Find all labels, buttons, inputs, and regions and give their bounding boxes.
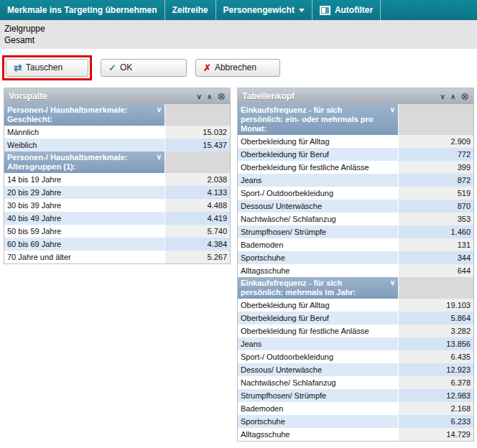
row-value: 872 (398, 174, 473, 187)
table-row[interactable]: Weiblich15.437 (4, 139, 230, 151)
close-icon[interactable]: ⊗ (460, 90, 469, 102)
table-row[interactable]: Sport-/ Outdoorbekleidung519 (238, 187, 473, 200)
row-value: 4.384 (165, 238, 230, 251)
row-value: 15.032 (165, 126, 230, 139)
table-row[interactable]: Oberbekleidung für festliche Anlässe3.28… (238, 325, 473, 337)
table-row[interactable]: Jeans13.856 (238, 337, 473, 350)
table-row[interactable]: Dessous/ Unterwäsche870 (238, 200, 473, 213)
panel-title-icons: ∨ ∧ ⊗ (197, 90, 226, 102)
section-header-label: Einkaufsfrequenz - für sich persönlich: … (238, 277, 398, 299)
table-row[interactable]: 14 bis 19 Jahre2.038 (4, 173, 230, 186)
table-row[interactable]: Sportschuhe6.233 (238, 415, 473, 428)
table-row[interactable]: Jeans872 (238, 174, 473, 187)
table-row[interactable]: 40 bis 49 Jahre4.419 (4, 212, 230, 225)
toolbar-dropdown-personengewicht[interactable]: Personengewicht (216, 0, 312, 20)
table-row[interactable]: Männlich15.032 (4, 126, 230, 139)
toolbar-button-label: Zeitreihe (172, 5, 208, 15)
row-value: 1.460 (398, 225, 473, 238)
table-row[interactable]: Oberbekleidung für festliche Anlässe399 (238, 161, 473, 174)
section-header-value-cell (165, 104, 230, 126)
panel-vorspalte-titlebar: Vorspalte ∨ ∧ ⊗ (4, 88, 230, 104)
cancel-button[interactable]: ✗ Abbrechen (195, 59, 280, 77)
row-value: 2.909 (398, 135, 473, 148)
toolbar-button-zeitreihe[interactable]: Zeitreihe (165, 0, 216, 20)
table-row[interactable]: Bademoden2.168 (238, 402, 473, 415)
row-label: Strumpfhosen/ Strümpfe (238, 389, 398, 402)
row-value: 4.419 (165, 212, 230, 225)
target-group-bar: Zielgruppe Gesamt (0, 20, 477, 49)
cancel-button-label: Abbrechen (215, 62, 256, 73)
row-value: 131 (398, 238, 473, 251)
row-label: Dessous/ Unterwäsche (238, 363, 398, 376)
table-row[interactable]: Oberbekleidung für Alltag2.909 (238, 135, 473, 148)
row-value: 5.267 (165, 251, 230, 263)
row-label: Oberbekleidung für Beruf (238, 148, 398, 161)
collapse-down-icon[interactable]: ∨ (440, 93, 445, 101)
row-value: 2.168 (398, 402, 473, 415)
section-header-label: Personen-/ Haushaltsmerkmale: Altersgrup… (4, 151, 165, 173)
row-value: 6.378 (398, 376, 473, 389)
table-row[interactable]: 70 Jahre und älter5.267 (4, 251, 230, 263)
table-row[interactable]: 20 bis 29 Jahre4.133 (4, 186, 230, 199)
chevron-down-icon (299, 9, 305, 12)
table-row[interactable]: 50 bis 59 Jahre5.740 (4, 225, 230, 238)
close-icon[interactable]: ⊗ (217, 90, 226, 102)
section-dropdown-icon[interactable]: ∨ (157, 152, 162, 162)
table-row[interactable]: Alltagsschuhe644 (238, 264, 473, 277)
table-row[interactable]: Bademoden131 (238, 238, 473, 251)
table-row[interactable]: Nachtwäsche/ Schlafanzug353 (238, 213, 473, 225)
row-value: 3.282 (398, 325, 473, 337)
section-dropdown-icon[interactable]: ∨ (390, 105, 395, 114)
row-value: 6.435 (398, 350, 473, 363)
collapse-down-icon[interactable]: ∨ (197, 93, 202, 101)
autofilter-icon (320, 6, 330, 15)
annotation-highlight: ⇄ Tauschen (2, 55, 92, 80)
target-group-label: Zielgruppe (4, 23, 473, 34)
row-label: 50 bis 59 Jahre (4, 225, 165, 238)
collapse-up-icon[interactable]: ∧ (207, 93, 212, 101)
row-value: 519 (398, 187, 473, 200)
table-row[interactable]: 60 bis 69 Jahre4.384 (4, 238, 230, 251)
swap-icon: ⇄ (14, 62, 22, 73)
table-row[interactable]: 30 bis 39 Jahre4.488 (4, 199, 230, 212)
panel-tabellenkopf-titlebar: Tabellenkopf ∨ ∧ ⊗ (238, 88, 473, 104)
toolbar-button-merkmale-targeting[interactable]: Merkmale ins Targeting übernehmen (0, 0, 165, 20)
table-row[interactable]: Sport-/ Outdoorbekleidung6.435 (238, 350, 473, 363)
row-value: 399 (398, 161, 473, 174)
row-value: 870 (398, 200, 473, 213)
row-label: Alltagsschuhe (238, 428, 398, 441)
row-value: 12.983 (398, 389, 473, 402)
swap-button-label: Tauschen (26, 62, 62, 73)
swap-button[interactable]: ⇄ Tauschen (6, 59, 88, 77)
toolbar: Merkmale ins Targeting übernehmen Zeitre… (0, 0, 477, 20)
section-dropdown-icon[interactable]: ∨ (390, 278, 395, 287)
panel-vorspalte-table: Personen-/ Haushaltsmerkmale: Geschlecht… (4, 104, 230, 263)
table-row[interactable]: Oberbekleidung für Beruf772 (238, 148, 473, 161)
table-row[interactable]: Nachtwäsche/ Schlafanzug6.378 (238, 376, 473, 389)
section-header-label: Einkaufsfrequenz - für sich persönlich: … (238, 104, 398, 135)
action-button-row: ⇄ Tauschen ✓ OK ✗ Abbrechen (0, 55, 477, 80)
table-row[interactable]: Strumpfhosen/ Strümpfe1.460 (238, 225, 473, 238)
section-header: Einkaufsfrequenz - für sich persönlich: … (238, 104, 473, 135)
check-icon: ✓ (108, 62, 116, 73)
row-value: 344 (398, 251, 473, 264)
ok-button[interactable]: ✓ OK (101, 59, 187, 77)
table-row[interactable]: Sportschuhe344 (238, 251, 473, 264)
table-row[interactable]: Strumpfhosen/ Strümpfe12.983 (238, 389, 473, 402)
row-label: 30 bis 39 Jahre (4, 199, 165, 212)
section-dropdown-icon[interactable]: ∨ (157, 105, 162, 114)
panel-tabellenkopf: Tabellenkopf ∨ ∧ ⊗ Einkaufsfrequenz - fü… (237, 88, 474, 442)
row-label: Jeans (238, 337, 398, 350)
panel-title: Tabellenkopf (242, 91, 295, 101)
row-value: 19.103 (398, 299, 473, 312)
row-label: Nachtwäsche/ Schlafanzug (238, 376, 398, 389)
table-row[interactable]: Alltagsschuhe14.729 (238, 428, 473, 441)
table-row[interactable]: Oberbekleidung für Alltag19.103 (238, 299, 473, 312)
toolbar-toggle-autofilter[interactable]: Autofilter (312, 0, 381, 20)
row-value: 772 (398, 148, 473, 161)
table-row[interactable]: Oberbekleidung für Beruf5.864 (238, 312, 473, 325)
collapse-up-icon[interactable]: ∧ (450, 93, 455, 101)
table-row[interactable]: Dessous/ Unterwäsche12.923 (238, 363, 473, 376)
row-label: 60 bis 69 Jahre (4, 238, 165, 251)
section-header: Einkaufsfrequenz - für sich persönlich: … (238, 277, 473, 299)
